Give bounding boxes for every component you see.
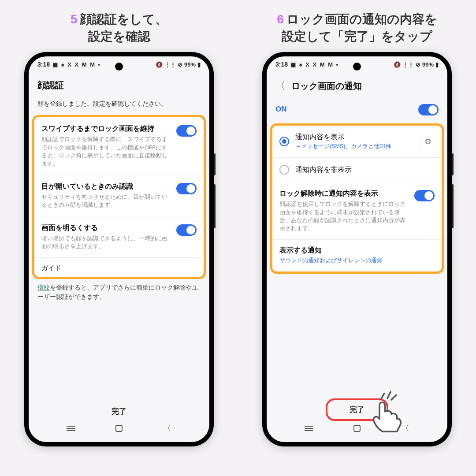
toggle-show-on-unlock[interactable]	[414, 190, 435, 201]
radio-icon[interactable]	[279, 165, 289, 175]
setting-title: スワイプするまでロック画面を維持	[41, 124, 171, 134]
setting-title: ロック解除時に通知内容を表示	[279, 189, 409, 198]
page-title: ロック画面の通知	[291, 80, 362, 92]
step6-caption: 6ロック画面の通知の内容を 設定して「完了」をタップ	[256, 11, 458, 45]
master-toggle-row[interactable]: ON	[267, 99, 447, 123]
setting-brighten[interactable]: 画面を明るくする 暗い場所でも顔を認識できるように、一時的に画面の明るさを上げま…	[34, 216, 204, 257]
nodata-icon: ⊘	[178, 61, 182, 68]
android-navbar: 〉	[267, 419, 447, 438]
page-header: 〈 ロック画面の通知	[267, 70, 447, 99]
step5-number: 5	[71, 12, 78, 26]
step6-number: 6	[277, 12, 284, 26]
camera-notch	[115, 63, 123, 71]
nav-back-icon[interactable]: 〉	[401, 422, 409, 434]
phone-mockup-2: 3:18 ▦ ♠ X X M M • 🔇 ⋮⋮ ⊘ 99% ▮ 〈 ロック画面の…	[262, 52, 452, 446]
wifi-icon: ⋮⋮	[402, 61, 414, 68]
svg-line-0	[381, 394, 384, 399]
done-button[interactable]: 完了	[94, 402, 144, 421]
mute-icon: 🔇	[156, 61, 163, 68]
battery-percentage: 99%	[184, 61, 196, 68]
done-button[interactable]: 完了	[326, 398, 388, 421]
link-subtitle: サウンドの通知およびサイレントの通知	[279, 257, 435, 264]
toggle-eyes-open[interactable]	[176, 183, 197, 194]
setting-swipe-lock[interactable]: スワイプするまでロック画面を維持 顔認証でロックを解除する際に、スワイプするまで…	[34, 117, 204, 175]
radio-title: 通知内容を表示	[295, 133, 391, 142]
link-title: 表示する通知	[279, 246, 435, 255]
setting-desc: 暗い場所でも顔を認識できるように、一時的に画面の明るさを上げます。	[41, 234, 171, 250]
toggle-master[interactable]	[418, 104, 439, 115]
radio-show-content[interactable]: 通知内容を表示 ＋メッセージ(SMS)、カメラと他31件 ⚙	[272, 126, 442, 157]
camera-notch	[353, 63, 361, 71]
status-icons-left: ▦ ♠ X X M M •	[52, 61, 101, 68]
setting-title: 画面を明るくする	[41, 223, 171, 233]
guide-row[interactable]: ガイド	[34, 257, 204, 277]
registered-note: 顔を登録しました。設定を確認してください。	[29, 97, 209, 115]
page-header: 顔認証	[29, 70, 209, 97]
highlight-box: 通知内容を表示 ＋メッセージ(SMS)、カメラと他31件 ⚙ 通知内容を非表示	[270, 123, 444, 274]
svg-line-2	[391, 395, 396, 400]
step5-text: 顔認証をして、 設定を確認	[80, 12, 167, 43]
nav-back-icon[interactable]: 〉	[163, 422, 171, 434]
setting-eyes-open[interactable]: 目が開いているときのみ認識 セキュリティを向上させるために、目が開いているときの…	[34, 175, 204, 216]
nav-home-icon[interactable]	[115, 425, 123, 432]
nodata-icon: ⊘	[416, 61, 420, 68]
setting-desc: 顔認証を使用してロックを解除するときにロック画面を維持するように端末が設定されて…	[279, 200, 409, 232]
status-time: 3:18	[275, 61, 288, 68]
toggle-brighten[interactable]	[176, 224, 197, 236]
nav-recent-icon[interactable]	[67, 426, 75, 431]
gear-icon[interactable]: ⚙	[420, 134, 435, 149]
battery-icon: ▮	[197, 61, 201, 68]
battery-icon: ▮	[435, 61, 439, 68]
fingerprint-footnote: 指紋を登録すると、アプリでさらに簡単にロック解除やユーザー認証ができます。	[29, 279, 209, 301]
setting-title: 目が開いているときのみ認識	[41, 182, 171, 191]
step5-caption: 5顔認証をして、 設定を確認	[18, 11, 220, 45]
toggle-swipe-lock[interactable]	[176, 125, 197, 137]
status-icons-left: ▦ ♠ X X M M •	[290, 61, 339, 68]
nav-home-icon[interactable]	[353, 425, 361, 432]
radio-title: 通知内容を非表示	[295, 165, 352, 175]
fingerprint-link[interactable]: 指紋	[37, 284, 50, 291]
svg-line-1	[387, 392, 390, 398]
android-navbar: 〉	[29, 419, 209, 438]
wifi-icon: ⋮⋮	[164, 61, 176, 68]
back-icon[interactable]: 〈	[275, 79, 285, 93]
page-title: 顔認証	[37, 79, 201, 91]
radio-icon[interactable]	[279, 137, 289, 146]
on-label: ON	[275, 105, 287, 114]
setting-desc: 顔認証でロックを解除する際に、スワイプするまでロック画面を維持します。この機能を…	[41, 135, 171, 167]
step6-text: ロック画面の通知の内容を 設定して「完了」をタップ	[282, 12, 437, 43]
nav-recent-icon[interactable]	[305, 426, 313, 431]
radio-subtitle: ＋メッセージ(SMS)、カメラと他31件	[295, 143, 391, 150]
setting-show-on-unlock[interactable]: ロック解除時に通知内容を表示 顔認証を使用してロックを解除するときにロック画面を…	[272, 182, 442, 239]
radio-hide-content[interactable]: 通知内容を非表示	[272, 157, 442, 182]
phone-mockup-1: 3:18 ▦ ♠ X X M M • 🔇 ⋮⋮ ⊘ 99% ▮ 顔認証 顔を登録…	[24, 52, 214, 446]
battery-percentage: 99%	[422, 61, 434, 68]
mute-icon: 🔇	[394, 61, 401, 68]
setting-desc: セキュリティを向上させるために、目が開いているときのみ顔を認識します。	[41, 193, 171, 209]
row-notifications-to-show[interactable]: 表示する通知 サウンドの通知およびサイレントの通知	[272, 239, 442, 271]
footnote-text: を登録すると、アプリでさらに簡単にロック解除やユーザー認証ができます。	[37, 284, 198, 300]
highlight-box: スワイプするまでロック画面を維持 顔認証でロックを解除する際に、スワイプするまで…	[32, 115, 206, 279]
status-time: 3:18	[37, 61, 50, 68]
